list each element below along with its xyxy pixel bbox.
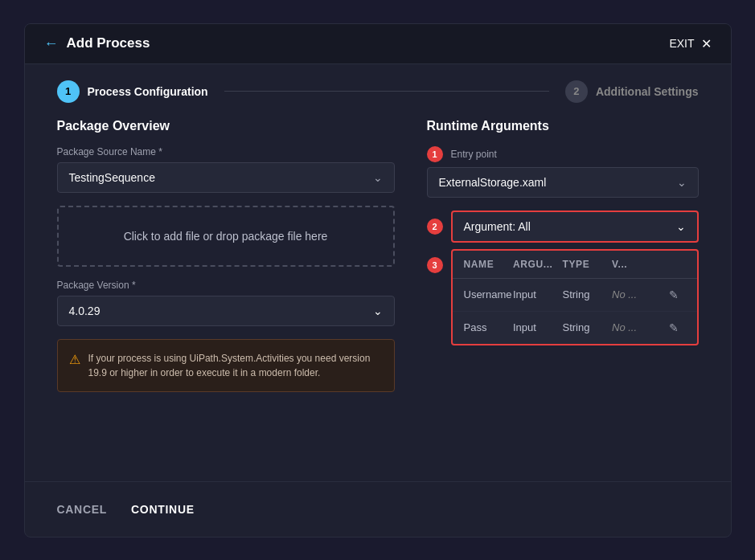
package-source-select[interactable]: TestingSequence ⌄ bbox=[57, 162, 395, 193]
row-2-value: No ... bbox=[612, 321, 662, 333]
cancel-button[interactable]: CANCEL bbox=[57, 497, 108, 522]
file-drop-text: Click to add file or drop package file h… bbox=[124, 230, 328, 243]
badge-1: 1 bbox=[427, 146, 443, 162]
package-source-value: TestingSequence bbox=[69, 171, 155, 184]
argument-filter-chevron-icon: ⌄ bbox=[676, 220, 686, 233]
entry-point-label: Entry point bbox=[451, 149, 497, 160]
entry-point-row: 1 Entry point bbox=[427, 146, 699, 162]
warning-box: ⚠ If your process is using UiPath.System… bbox=[57, 339, 395, 392]
package-source-label: Package Source Name * bbox=[57, 146, 395, 157]
left-panel: Package Overview Package Source Name * T… bbox=[57, 119, 395, 465]
step-1-label: Process Configuration bbox=[88, 85, 208, 98]
entry-point-select[interactable]: ExternalStorage.xaml ⌄ bbox=[427, 167, 699, 198]
argument-filter-label: Argument: All bbox=[464, 220, 531, 233]
row-1-value: No ... bbox=[612, 288, 662, 300]
row-1-edit-icon[interactable]: ✎ bbox=[662, 288, 686, 301]
entry-point-value: ExternalStorage.xaml bbox=[439, 176, 547, 189]
exit-button[interactable]: EXIT ✕ bbox=[669, 36, 711, 51]
modal-footer: CANCEL CONTINUE bbox=[25, 481, 731, 537]
step-2-circle: 2 bbox=[565, 80, 588, 103]
modal-body: Package Overview Package Source Name * T… bbox=[25, 119, 731, 481]
argument-table: NAME ARGU... TYPE V... Username Input St… bbox=[451, 249, 699, 345]
step-1[interactable]: 1 Process Configuration bbox=[57, 80, 208, 103]
col-edit bbox=[662, 259, 686, 270]
modal-header: ← Add Process EXIT ✕ bbox=[25, 24, 731, 64]
col-type: TYPE bbox=[563, 259, 613, 270]
package-version-chevron-icon: ⌄ bbox=[373, 305, 383, 317]
exit-label: EXIT bbox=[669, 37, 694, 50]
package-version-select[interactable]: 4.0.29 ⌄ bbox=[57, 296, 395, 326]
back-button[interactable]: ← bbox=[44, 35, 59, 52]
row-1-type: String bbox=[563, 288, 613, 300]
table-header: NAME ARGU... TYPE V... bbox=[453, 251, 697, 279]
runtime-args-title: Runtime Arguments bbox=[427, 119, 699, 133]
package-overview-title: Package Overview bbox=[57, 119, 395, 133]
row-2-type: String bbox=[563, 321, 613, 333]
continue-button[interactable]: CONTINUE bbox=[131, 497, 195, 522]
warning-icon: ⚠ bbox=[69, 352, 80, 367]
step-2-label: Additional Settings bbox=[596, 85, 699, 98]
badge-2: 2 bbox=[427, 219, 443, 235]
badge-3: 3 bbox=[427, 257, 443, 273]
col-value: V... bbox=[612, 259, 662, 270]
right-panel: Runtime Arguments 1 Entry point External… bbox=[427, 119, 699, 465]
header-left: ← Add Process bbox=[44, 35, 150, 52]
package-version-label: Package Version * bbox=[57, 280, 395, 291]
row-2-name: Pass bbox=[464, 321, 514, 333]
row-1-argu: Input bbox=[513, 288, 563, 300]
package-source-chevron-icon: ⌄ bbox=[373, 171, 383, 184]
col-argu: ARGU... bbox=[513, 259, 563, 270]
argument-filter[interactable]: Argument: All ⌄ bbox=[451, 211, 699, 243]
file-drop-zone[interactable]: Click to add file or drop package file h… bbox=[57, 206, 395, 267]
package-version-value: 4.0.29 bbox=[69, 305, 101, 317]
col-name: NAME bbox=[464, 259, 514, 270]
table-row: Username Input String No ... ✎ bbox=[453, 279, 697, 312]
modal-title: Add Process bbox=[67, 35, 150, 51]
row-2-argu: Input bbox=[513, 321, 563, 333]
stepper: 1 Process Configuration 2 Additional Set… bbox=[25, 64, 731, 119]
row-1-name: Username bbox=[464, 288, 514, 300]
close-icon[interactable]: ✕ bbox=[701, 36, 712, 51]
table-row: Pass Input String No ... ✎ bbox=[453, 312, 697, 344]
add-process-modal: ← Add Process EXIT ✕ 1 Process Configura… bbox=[24, 23, 732, 538]
step-2[interactable]: 2 Additional Settings bbox=[565, 80, 699, 103]
step-1-circle: 1 bbox=[57, 80, 80, 103]
row-2-edit-icon[interactable]: ✎ bbox=[662, 321, 686, 334]
step-connector bbox=[224, 91, 549, 92]
warning-text: If your process is using UiPath.System.A… bbox=[88, 351, 383, 380]
entry-point-chevron-icon: ⌄ bbox=[677, 176, 687, 189]
